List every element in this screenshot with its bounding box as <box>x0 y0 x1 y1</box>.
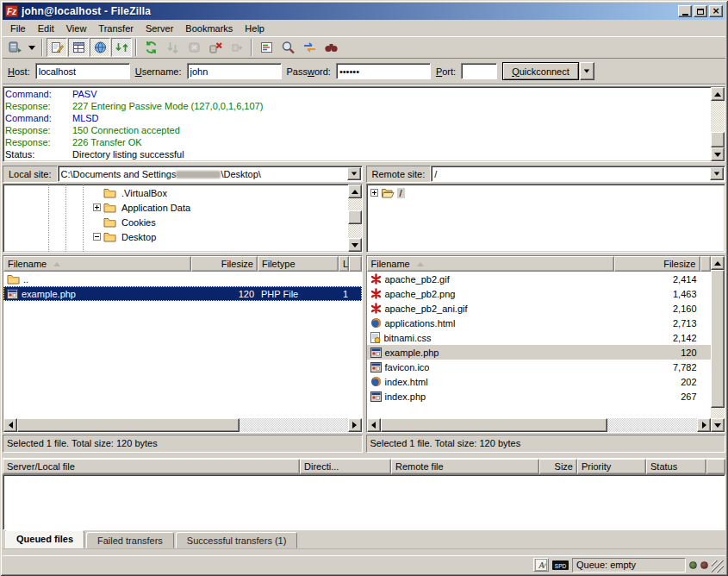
scroll-up-button[interactable] <box>711 87 725 101</box>
tab-queued-files[interactable]: Queued files <box>5 530 84 548</box>
log-line-text: 150 Connection accepted <box>72 124 180 136</box>
scroll-down-button[interactable] <box>348 238 362 252</box>
queue-column-status[interactable]: Status <box>646 459 706 474</box>
scroll-up-button[interactable] <box>348 185 362 198</box>
menu-file[interactable]: File <box>4 22 32 35</box>
tree-item-cookies[interactable]: Cookies <box>3 215 348 229</box>
tree-item-desktop[interactable]: Desktop <box>3 229 348 244</box>
queue-column-size[interactable]: Size <box>539 459 577 474</box>
menu-view[interactable]: View <box>60 22 93 35</box>
expand-icon[interactable] <box>93 203 101 211</box>
tab-failed-transfers[interactable]: Failed transfers <box>86 532 174 548</box>
scroll-up-button[interactable] <box>711 256 725 270</box>
maximize-button[interactable] <box>694 5 707 17</box>
port-field[interactable] <box>461 63 497 79</box>
remote-horizontal-scrollbar[interactable] <box>367 418 712 432</box>
remote-path-dropdown-button[interactable] <box>710 167 724 180</box>
toggle-message-log-button[interactable] <box>47 38 67 57</box>
remote-path-combobox[interactable]: / <box>431 166 725 182</box>
host-field[interactable] <box>35 63 130 79</box>
scroll-thumb[interactable] <box>711 132 725 147</box>
column-header-filename[interactable]: Filename <box>367 256 614 272</box>
process-queue-button[interactable] <box>162 38 183 57</box>
menu-help[interactable]: Help <box>239 22 271 35</box>
toggle-local-tree-button[interactable] <box>68 38 89 57</box>
local-tree-scrollbar[interactable] <box>348 185 362 252</box>
file-row-indexhtml[interactable]: index.html202 <box>367 374 712 389</box>
collapse-icon[interactable] <box>93 233 101 241</box>
minimize-button[interactable] <box>678 5 692 17</box>
local-horizontal-scrollbar[interactable] <box>3 418 362 432</box>
queue-column-priority[interactable]: Priority <box>577 459 646 474</box>
scroll-right-button[interactable] <box>348 418 362 432</box>
local-path-combobox[interactable]: C:\Documents and Settings\Desktop\ <box>58 166 363 182</box>
directory-comparison-button[interactable] <box>320 38 341 57</box>
scroll-thumb[interactable] <box>348 210 362 224</box>
remote-vertical-scrollbar[interactable] <box>711 256 725 432</box>
scroll-thumb[interactable] <box>711 270 725 408</box>
queue-body[interactable] <box>3 474 725 530</box>
file-row-examplephp[interactable]: example.php120 <box>367 345 712 360</box>
tree-item-applicationdata[interactable]: Application Data <box>3 200 348 215</box>
menu-edit[interactable]: Edit <box>32 22 60 35</box>
local-path-dropdown-button[interactable] <box>347 167 361 180</box>
folder-icon <box>103 216 116 228</box>
column-header-filename[interactable]: Filename <box>3 256 191 272</box>
scroll-right-button[interactable] <box>697 418 711 432</box>
synchronized-browsing-button[interactable] <box>299 38 320 57</box>
quickconnect-dropdown-button[interactable] <box>580 62 594 80</box>
tree-item-virtualbox[interactable]: .VirtualBox <box>3 185 348 200</box>
tab-successful-transfers--1-[interactable]: Successful transfers (1) <box>176 532 298 548</box>
scroll-thumb[interactable] <box>17 418 240 432</box>
local-pane: Local site: C:\Documents and Settings\De… <box>3 165 363 453</box>
queue-column-serverlocalfile[interactable]: Server/Local file <box>3 459 300 474</box>
file-row-apachepb2gif[interactable]: apache_pb2.gif2,414 <box>367 272 712 286</box>
queue-column-directi[interactable]: Directi... <box>300 459 391 474</box>
menu-transfer[interactable]: Transfer <box>92 22 140 35</box>
expand-icon[interactable] <box>370 189 378 197</box>
cancel-operation-button[interactable] <box>184 38 204 57</box>
file-row-indexphp[interactable]: index.php267 <box>367 389 712 404</box>
file-row-examplephp[interactable]: example.php120PHP File1 <box>3 286 362 301</box>
reconnect-button[interactable] <box>227 38 247 57</box>
resize-grip[interactable] <box>712 560 724 573</box>
refresh-button[interactable] <box>140 38 161 57</box>
tree-item-[interactable]: / <box>367 185 725 200</box>
column-header-filetype[interactable]: Filetype <box>258 256 339 272</box>
file-row-apachepb2png[interactable]: apache_pb2.png1,463 <box>367 286 712 301</box>
file-row-faviconico[interactable]: favicon.ico7,782 <box>367 360 712 374</box>
menu-server[interactable]: Server <box>140 22 179 35</box>
filter-button[interactable] <box>256 38 277 57</box>
local-list-body[interactable]: ..example.php120PHP File1 <box>3 272 362 418</box>
quickconnect-button[interactable]: Quickconnect <box>502 62 579 80</box>
site-manager-button[interactable] <box>4 38 25 57</box>
file-row-apachepb2anigif[interactable]: apache_pb2_ani.gif2,160 <box>367 301 712 316</box>
remote-directory-tree[interactable]: / <box>366 184 726 253</box>
file-row-[interactable]: .. <box>3 272 362 286</box>
toggle-queue-button[interactable] <box>111 38 132 57</box>
ascii-data-type-icon[interactable]: A <box>533 558 549 572</box>
scroll-left-button[interactable] <box>3 418 17 432</box>
remote-list-body[interactable]: apache_pb2.gif2,414apache_pb2.png1,463ap… <box>367 272 712 418</box>
menu-bookmarks[interactable]: Bookmarks <box>179 22 239 35</box>
username-field[interactable] <box>187 63 282 79</box>
password-field[interactable] <box>336 63 431 79</box>
message-log-scrollbar[interactable] <box>711 87 725 161</box>
toggle-remote-tree-button[interactable] <box>90 38 110 57</box>
file-row-applicationshtml[interactable]: applications.html2,713 <box>367 316 712 330</box>
column-header-l[interactable]: L <box>339 256 349 272</box>
site-manager-dropdown[interactable] <box>26 38 38 57</box>
column-header-filesize[interactable]: Filesize <box>614 256 700 272</box>
queue-column-remotefile[interactable]: Remote file <box>391 459 539 474</box>
scroll-thumb[interactable] <box>381 418 608 432</box>
local-directory-tree[interactable]: .VirtualBoxApplication DataCookiesDeskto… <box>3 184 363 253</box>
close-button[interactable]: × <box>709 5 723 17</box>
scroll-down-button[interactable] <box>711 147 725 161</box>
file-search-button[interactable] <box>277 38 298 57</box>
disconnect-button[interactable] <box>205 38 226 57</box>
scroll-left-button[interactable] <box>367 418 381 432</box>
file-row-bitnamicss[interactable]: bitnami.css2,142 <box>367 330 712 345</box>
column-header-filesize[interactable]: Filesize <box>191 256 258 272</box>
speed-limit-icon[interactable]: SPD <box>552 560 569 570</box>
scroll-down-button[interactable] <box>711 418 725 432</box>
